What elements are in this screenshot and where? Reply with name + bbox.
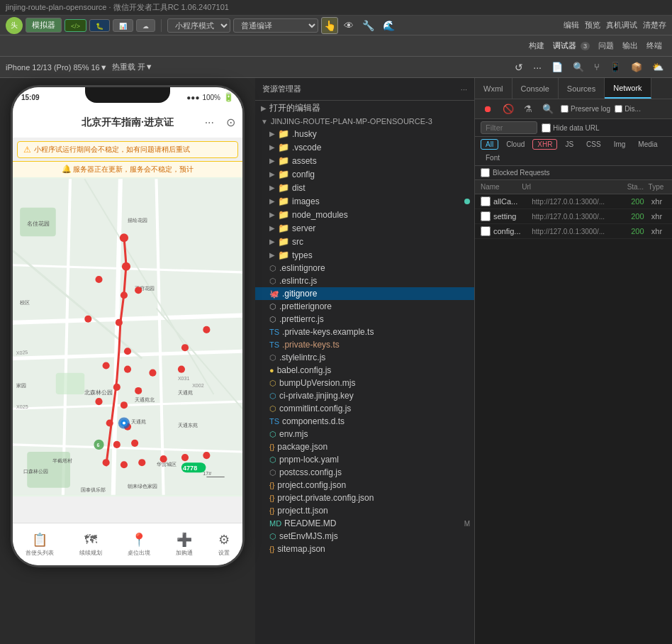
folder-config[interactable]: ▶📁 config <box>255 167 474 181</box>
filter-cloud-btn[interactable]: Cloud <box>501 139 530 150</box>
phone-nav-item-settings[interactable]: ⚙ 设置 <box>218 532 230 557</box>
filter-all-btn[interactable]: All <box>481 139 498 150</box>
network-row-setting[interactable]: setting http://127.0.0.1:3000/... 200 xh… <box>475 209 672 224</box>
output-tab[interactable]: 输出 <box>618 39 642 52</box>
file-eslintignore[interactable]: ⬡ .eslintignore <box>255 262 474 274</box>
file-prettierignore[interactable]: ⬡ .prettierignore <box>255 300 474 313</box>
folder-vscode[interactable]: ▶📁 .vscode <box>255 140 474 154</box>
folder-types[interactable]: ▶📁 types <box>255 248 474 262</box>
file-env[interactable]: ⬡ env.mjs <box>255 428 474 440</box>
file-eslintrc[interactable]: ⬡ .eslintrc.js <box>255 274 474 287</box>
file-commitlint[interactable]: ⬡ commitlint.config.js <box>255 402 474 415</box>
network-table[interactable]: Name Url Sta... Type allCa... http://127… <box>475 180 672 644</box>
file-private-keys-example[interactable]: TS .private-keys.example.ts <box>255 326 474 338</box>
clear-btn[interactable]: 🚫 <box>500 102 517 116</box>
file-sitemap[interactable]: {} sitemap.json <box>255 543 474 555</box>
phone-nav-item-list[interactable]: 📋 首使头列表 <box>26 532 54 557</box>
phone-header-target-icon[interactable]: ⊙ <box>226 116 235 129</box>
network-row-allca[interactable]: allCa... http://127.0.0.1:3000/... 200 x… <box>475 194 672 209</box>
folder-node-modules[interactable]: ▶📁 node_modules <box>255 208 474 221</box>
debug-icon-btn[interactable]: 🔧 <box>359 18 377 33</box>
filter-img-btn[interactable]: Img <box>609 139 631 150</box>
svg-text:17#: 17# <box>203 471 211 477</box>
simulate-btn[interactable]: 模拟器 <box>26 18 62 33</box>
phone-nav-item-location[interactable]: 📍 桌位出境 <box>128 532 150 557</box>
visualize-btn[interactable]: 📊 <box>113 19 133 32</box>
file-prettierrc[interactable]: ⬡ .prettierrc.js <box>255 313 474 326</box>
phone-nav-item-map[interactable]: 🗺 续续规划 <box>79 533 102 557</box>
file-ci-private[interactable]: ⬡ ci-private.jinjing.key <box>255 389 474 402</box>
row3-checkbox[interactable] <box>481 226 491 236</box>
disable-cache-checkbox[interactable] <box>615 105 622 113</box>
file-project-tt[interactable]: {} project.tt.json <box>255 504 474 517</box>
file-readme[interactable]: MD README.MD M <box>255 517 474 530</box>
file-panel-menu[interactable]: ··· <box>461 85 467 94</box>
record-btn[interactable]: ⏺ <box>481 102 495 116</box>
wxml-tab[interactable]: Wxml <box>475 78 513 99</box>
preserve-log-checkbox[interactable] <box>561 105 569 113</box>
debug-btn[interactable]: 🐛 <box>89 19 110 32</box>
folder-husky[interactable]: ▶📁 .husky <box>255 127 474 140</box>
file-setenv[interactable]: ⬡ setEnvMJS.mjs <box>255 530 474 543</box>
hide-data-url-checkbox[interactable] <box>542 123 551 133</box>
svg-text:X002: X002 <box>192 383 204 389</box>
filter-xhr-btn[interactable]: XHR <box>532 139 557 150</box>
settings-icon-btn[interactable]: 🌊 <box>380 18 398 33</box>
blocked-requests-checkbox[interactable] <box>481 168 490 177</box>
debugger-tab[interactable]: 调试器 3 <box>549 39 594 52</box>
avatar[interactable]: 头 <box>6 17 23 34</box>
file-components[interactable]: TS components.d.ts <box>255 415 474 428</box>
file-project-private[interactable]: {} project.private.config.json <box>255 492 474 504</box>
filter-font-btn[interactable]: Font <box>481 152 505 163</box>
network-filter-input[interactable] <box>481 121 537 134</box>
file-gitignore[interactable]: 🐙 .gitignore <box>255 287 474 300</box>
box-icon-btn[interactable]: 📦 <box>628 60 645 74</box>
folder-server[interactable]: ▶📁 server <box>255 221 474 235</box>
folder-images[interactable]: ▶📁 images <box>255 194 474 208</box>
console-tab[interactable]: Console <box>513 78 559 99</box>
branch-icon-btn[interactable]: ⑂ <box>591 60 603 74</box>
filter-css-btn[interactable]: CSS <box>581 139 606 150</box>
phone-header-dots[interactable]: ··· <box>205 116 214 129</box>
issues-tab[interactable]: 问题 <box>594 39 618 52</box>
file-package[interactable]: {} package.json <box>255 440 474 453</box>
folder-src[interactable]: ▶📁 src <box>255 235 474 248</box>
terminal-tab[interactable]: 终端 <box>642 39 666 52</box>
cloud-btn[interactable]: ☁ <box>136 19 155 32</box>
project-root[interactable]: ▼ JINJING-ROUTE-PLAN-MP-OPENSOURCE-3 <box>255 116 474 127</box>
preview-icon-btn[interactable]: 👁 <box>341 18 357 33</box>
phone-map[interactable]: 名佳花园 王府花园 校区 家园 口森林公园 描绘花园 半截塔村 北森林公园 天通… <box>13 177 242 496</box>
hot-reload-btn[interactable]: 热重载 开▼ <box>112 62 153 72</box>
filter-media-btn[interactable]: Media <box>633 139 662 150</box>
editor-btn[interactable]: </> <box>65 19 86 32</box>
filter-js-btn[interactable]: JS <box>560 139 578 150</box>
mode-select[interactable]: 小程序模式 <box>167 18 230 33</box>
folder-dist[interactable]: ▶📁 dist <box>255 181 474 194</box>
compile-select[interactable]: 普通编译 <box>233 18 318 33</box>
device2-icon-btn[interactable]: 📱 <box>607 60 624 74</box>
file-private-keys[interactable]: TS .private-keys.ts <box>255 338 474 351</box>
file-project-config[interactable]: {} project.config.json <box>255 479 474 492</box>
file-stylelintrc[interactable]: ⬡ .stylelintrc.js <box>255 351 474 364</box>
sources-tab[interactable]: Sources <box>559 78 605 99</box>
row1-checkbox[interactable] <box>481 196 491 206</box>
open-editors-section[interactable]: ▶ 打开的编辑器 <box>255 101 474 116</box>
filter-toggle-btn[interactable]: ⚗ <box>521 102 535 116</box>
row2-checkbox[interactable] <box>481 211 491 221</box>
page-icon-btn[interactable]: 📄 <box>549 60 566 74</box>
network-tab[interactable]: Network <box>605 78 651 99</box>
refresh-btn[interactable]: ↺ <box>512 60 526 74</box>
more-btn[interactable]: ··· <box>530 60 544 74</box>
search-icon-btn[interactable]: 🔍 <box>570 60 587 74</box>
file-babel[interactable]: ● babel.config.js <box>255 364 474 377</box>
build-tab[interactable]: 构建 <box>525 39 549 52</box>
file-postcss[interactable]: ⬡ postcss.config.js <box>255 466 474 479</box>
folder-assets[interactable]: ▶📁 assets <box>255 154 474 167</box>
search-btn[interactable]: 🔍 <box>539 102 556 116</box>
network-row-config[interactable]: config... http://127.0.0.1:3000/... 200 … <box>475 224 672 239</box>
cloud2-icon-btn[interactable]: ⛅ <box>649 60 666 74</box>
file-bumpup[interactable]: ⬡ bumpUpVersion.mjs <box>255 377 474 389</box>
file-pnpm[interactable]: ⬡ pnpm-lock.yaml <box>255 453 474 466</box>
svg-rect-14 <box>56 373 85 394</box>
phone-nav-item-add[interactable]: ➕ 加购通 <box>176 532 193 557</box>
